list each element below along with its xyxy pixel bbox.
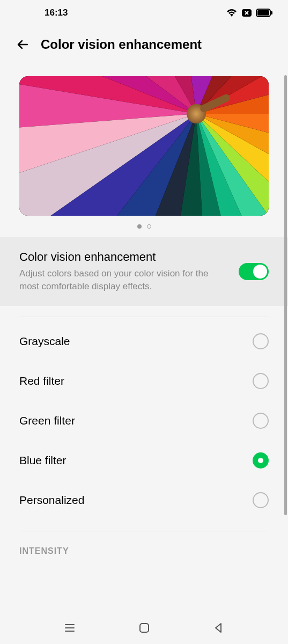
status-time: 16:13 [45, 8, 68, 18]
filter-options-list: Grayscale Red filter Green filter Blue f… [0, 317, 288, 520]
back-nav-button[interactable] [211, 620, 226, 635]
status-icons [226, 8, 273, 18]
option-label: Red filter [19, 375, 64, 387]
recents-button[interactable] [62, 620, 77, 635]
close-badge-icon [241, 8, 253, 18]
preview-image[interactable] [19, 76, 269, 216]
scrollbar[interactable] [284, 75, 287, 515]
option-label: Green filter [19, 414, 75, 427]
radio-button[interactable] [253, 333, 269, 349]
option-blue-filter[interactable]: Blue filter [19, 441, 269, 480]
navigation-bar [0, 612, 288, 644]
option-label: Personalized [19, 494, 84, 507]
status-bar: 16:13 [0, 0, 288, 24]
option-grayscale[interactable]: Grayscale [19, 321, 269, 361]
radio-button[interactable] [253, 492, 269, 508]
option-green-filter[interactable]: Green filter [19, 401, 269, 441]
intensity-section-header: INTENSITY [0, 531, 288, 556]
toggle-thumb [253, 265, 267, 279]
wifi-icon [226, 8, 238, 18]
option-label: Grayscale [19, 335, 70, 348]
option-label: Blue filter [19, 454, 67, 467]
option-personalized[interactable]: Personalized [19, 480, 269, 520]
page-title: Color vision enhancement [41, 37, 202, 52]
radio-button[interactable] [253, 373, 269, 389]
radio-button[interactable] [253, 413, 269, 429]
page-header: Color vision enhancement [0, 24, 288, 65]
preview-container [0, 65, 288, 237]
carousel-dot-active[interactable] [137, 224, 142, 229]
back-button[interactable] [15, 36, 31, 53]
svg-rect-6 [140, 624, 149, 632]
toggle-title: Color vision enhancement [19, 250, 230, 264]
battery-icon [256, 8, 273, 18]
main-toggle-section: Color vision enhancement Adjust colors b… [0, 237, 288, 306]
carousel-dots [19, 216, 269, 237]
svg-rect-3 [271, 11, 272, 14]
carousel-dot[interactable] [147, 224, 151, 229]
enable-toggle[interactable] [239, 263, 269, 280]
home-button[interactable] [137, 620, 152, 635]
toggle-description: Adjust colors based on your color vision… [19, 267, 230, 293]
option-red-filter[interactable]: Red filter [19, 361, 269, 401]
svg-rect-2 [257, 10, 269, 16]
radio-button-selected[interactable] [253, 452, 269, 469]
toggle-text: Color vision enhancement Adjust colors b… [19, 250, 230, 293]
